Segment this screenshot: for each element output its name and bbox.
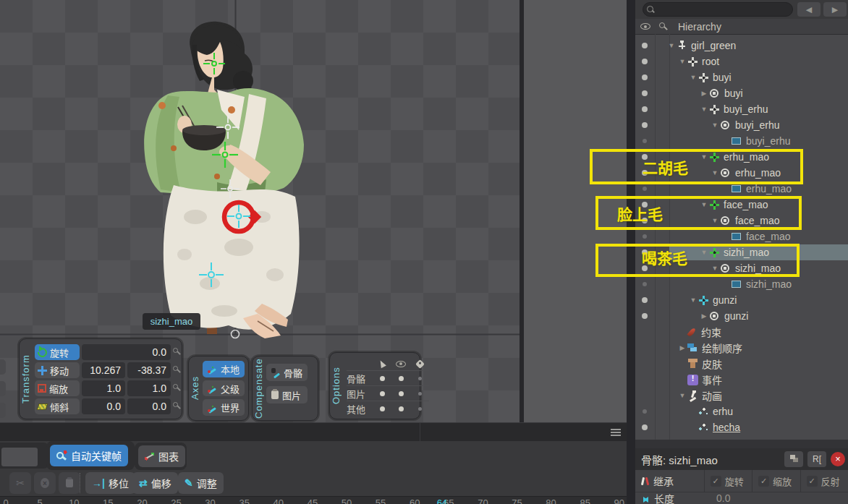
- visibility-dot[interactable]: [642, 74, 648, 80]
- paste-button[interactable]: [59, 472, 80, 494]
- visibility-dot[interactable]: [642, 249, 648, 255]
- shift-button[interactable]: →|移位: [85, 472, 135, 494]
- radio-other-label[interactable]: [418, 407, 422, 411]
- expand-arrow[interactable]: ▼: [688, 74, 698, 81]
- adjust-button[interactable]: ✎调整: [178, 472, 224, 494]
- tree-row[interactable]: ▼ root: [635, 54, 848, 69]
- clipped-edge-button[interactable]: [0, 381, 6, 396]
- expand-arrow[interactable]: ▼: [710, 265, 720, 272]
- visibility-dot[interactable]: [643, 282, 647, 286]
- expand-arrow[interactable]: ▼: [677, 58, 687, 65]
- tree-row[interactable]: ▼ girl_green: [635, 38, 848, 54]
- tree-row[interactable]: ▼ 动画: [635, 388, 848, 403]
- visibility-dot[interactable]: [642, 154, 648, 160]
- visibility-dot[interactable]: [642, 218, 648, 223]
- visibility-dot[interactable]: [642, 313, 648, 319]
- tree-row[interactable]: ▶ buyi: [635, 85, 848, 101]
- visibility-dot[interactable]: [642, 90, 648, 96]
- menu-icon[interactable]: [611, 429, 621, 436]
- compensate-bones-button[interactable]: 骨骼: [266, 364, 308, 381]
- tree-row[interactable]: 皮肤: [635, 356, 848, 372]
- search-box[interactable]: [643, 2, 793, 17]
- expand-arrow[interactable]: ▼: [699, 153, 709, 161]
- shear-x-field[interactable]: 0.0: [82, 398, 125, 414]
- expand-arrow[interactable]: ▼: [677, 392, 687, 399]
- scale-tool-button[interactable]: 缩放: [35, 380, 80, 396]
- radio-images-select[interactable]: [380, 391, 385, 396]
- graph-button[interactable]: 图表: [138, 445, 185, 467]
- tree-row[interactable]: hecha: [635, 419, 848, 435]
- panel-divider-right[interactable]: [627, 0, 635, 504]
- tree-row[interactable]: ▼ erhu_mao: [635, 165, 848, 181]
- visibility-dot[interactable]: [642, 170, 648, 176]
- keyframe-icon[interactable]: [173, 348, 182, 356]
- visibility-dot[interactable]: [642, 43, 648, 48]
- radio-other-select[interactable]: [380, 406, 385, 411]
- delete-button[interactable]: ×: [34, 472, 56, 494]
- translate-tool-button[interactable]: 移动: [35, 362, 80, 378]
- translate-x-field[interactable]: 10.267: [82, 362, 125, 378]
- tree-row[interactable]: ▼ sizhi_mao: [635, 260, 848, 276]
- visibility-dot[interactable]: [643, 187, 647, 191]
- inherit-scale-checkbox[interactable]: ✓缩放: [752, 470, 800, 492]
- tree-row[interactable]: ▼ buyi_erhu: [635, 101, 848, 117]
- rotate-value-field[interactable]: 0.0: [82, 344, 171, 360]
- inherit-reflect-checkbox[interactable]: ✓反射: [800, 470, 848, 492]
- expand-arrow[interactable]: ▶: [699, 312, 709, 320]
- cut-button[interactable]: ✂: [9, 472, 31, 494]
- expand-arrow[interactable]: ▼: [666, 42, 677, 49]
- tree-row[interactable]: ▼ gunzi: [635, 292, 848, 308]
- length-value[interactable]: 0.0: [708, 492, 730, 504]
- expand-arrow[interactable]: ▼: [699, 201, 709, 208]
- bone-rename-button[interactable]: R[: [807, 451, 826, 467]
- radio-bones-visible[interactable]: [399, 376, 404, 381]
- keyframe-icon[interactable]: [173, 402, 182, 411]
- radio-bones-label[interactable]: [418, 377, 422, 380]
- visibility-dot[interactable]: [642, 106, 648, 112]
- visibility-dot[interactable]: [643, 409, 647, 414]
- tree-row[interactable]: face_mao: [635, 228, 848, 244]
- radio-other-visible[interactable]: [399, 406, 404, 411]
- visibility-dot[interactable]: [642, 59, 648, 64]
- radio-bones-select[interactable]: [380, 376, 385, 381]
- visibility-dot[interactable]: [642, 424, 648, 430]
- tree-row[interactable]: buyi_erhu: [635, 133, 848, 149]
- compensate-images-button[interactable]: 图片: [266, 386, 308, 403]
- visibility-dot[interactable]: [643, 234, 647, 239]
- shear-y-field[interactable]: 0.0: [127, 398, 171, 414]
- scale-x-field[interactable]: 1.0: [82, 380, 125, 396]
- expand-arrow[interactable]: ▼: [688, 296, 698, 304]
- visibility-dot[interactable]: [642, 122, 648, 128]
- search-input[interactable]: [658, 4, 781, 14]
- expand-arrow[interactable]: ▼: [710, 169, 720, 176]
- tree-row[interactable]: 约束: [635, 324, 848, 340]
- nav-back-button[interactable]: ◀: [797, 2, 821, 17]
- expand-arrow[interactable]: ▼: [699, 249, 709, 256]
- expand-arrow[interactable]: ▼: [710, 217, 720, 224]
- tree-row[interactable]: ▼ buyi: [635, 69, 848, 85]
- frame-input[interactable]: [1, 448, 38, 466]
- inherit-rotate-checkbox[interactable]: ✓旋转: [704, 470, 752, 492]
- expand-arrow[interactable]: ▼: [710, 121, 720, 129]
- tree-row[interactable]: ▼ erhu_mao: [635, 149, 848, 165]
- nav-forward-button[interactable]: ▶: [823, 2, 847, 17]
- tree-row[interactable]: sizhi_mao: [635, 276, 848, 292]
- keyframe-icon[interactable]: [173, 366, 182, 375]
- timeline-ruler[interactable]: 05101520253035404550556065707580859064: [0, 496, 627, 504]
- axes-parent-button[interactable]: 父级: [203, 380, 245, 397]
- tree-row[interactable]: ▼ face_mao: [635, 197, 848, 213]
- visibility-dot[interactable]: [643, 139, 647, 143]
- axes-world-button[interactable]: 世界: [203, 399, 245, 416]
- radio-images-visible[interactable]: [399, 391, 404, 396]
- visibility-dot[interactable]: [642, 297, 648, 303]
- tree-row[interactable]: ▶ gunzi: [635, 308, 848, 324]
- tree-row[interactable]: ▼ buyi_erhu: [635, 117, 848, 133]
- eye-icon[interactable]: [640, 23, 650, 30]
- clipped-edge-button[interactable]: [0, 403, 6, 418]
- autokey-button[interactable]: 自动关键帧: [50, 445, 128, 466]
- shear-tool-button[interactable]: 倾斜: [35, 398, 80, 414]
- key-icon[interactable]: [659, 22, 668, 31]
- axes-local-button[interactable]: 本地: [203, 361, 245, 377]
- clipped-edge-button[interactable]: [0, 359, 6, 375]
- visibility-dot[interactable]: [642, 265, 648, 271]
